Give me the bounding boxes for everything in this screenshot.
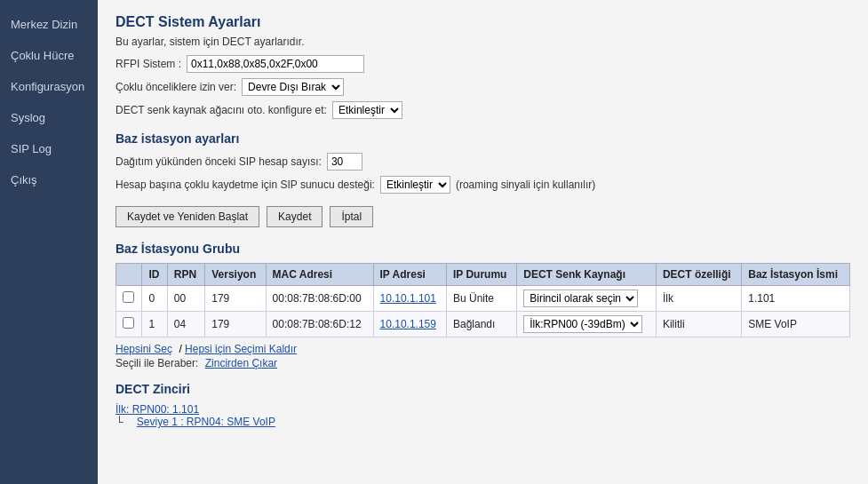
multi-reg-hint: (roaming sinyali için kullanılır) — [456, 179, 595, 191]
action-buttons: Kaydet ve Yeniden Başlat Kaydet İptal — [115, 206, 850, 227]
base-station-table: ID RPN Versiyon MAC Adresi IP Adresi IP … — [115, 263, 850, 337]
row0-rpn: 00 — [167, 286, 204, 312]
sip-account-label: Dağıtım yükünden önceki SIP hesap sayısı… — [115, 155, 322, 168]
col-sync-source: DECT Senk Kaynağı — [517, 264, 657, 286]
row0-ip-status: Bu Ünite — [446, 286, 516, 312]
multi-reg-label: Hesap başına çoklu kaydetme için SIP sun… — [115, 179, 375, 191]
row0-feature: İlk — [656, 286, 741, 312]
row1-rpn: 04 — [167, 312, 204, 337]
sync-select[interactable]: Etkinleştir — [332, 101, 402, 119]
col-checkbox — [116, 264, 142, 286]
row1-sync-source: İlk:RPN00 (-39dBm) — [517, 312, 657, 337]
col-ip: IP Adresi — [373, 264, 446, 286]
row1-feature: Kilitli — [656, 312, 741, 337]
row0-ip-link[interactable]: 10.10.1.101 — [380, 292, 436, 305]
select-links-row: Hepsini Seç / Hepsi için Seçimi Kaldır — [115, 343, 850, 355]
cancel-button[interactable]: İptal — [330, 206, 373, 227]
row1-id: 1 — [142, 312, 167, 337]
sip-account-input[interactable] — [327, 153, 362, 171]
row1-checkbox[interactable] — [123, 317, 134, 329]
sidebar-item-syslog[interactable]: Syslog — [0, 102, 98, 133]
row0-checkbox-cell — [116, 286, 142, 312]
row0-ip: 10.10.1.101 — [373, 286, 446, 312]
rfpi-label: RFPI Sistem : — [115, 58, 181, 70]
row0-version: 179 — [205, 286, 266, 312]
base-station-table-wrapper: ID RPN Versiyon MAC Adresi IP Adresi IP … — [115, 263, 850, 337]
selected-with-label: Seçili ile Beraber: — [115, 357, 198, 369]
selected-action-row: Seçili ile Beraber: Zincirden Çıkar — [115, 357, 850, 369]
sidebar-item-konfigurasyon[interactable]: Konfigurasyon — [0, 71, 98, 102]
col-ip-status: IP Durumu — [446, 264, 516, 286]
row0-checkbox[interactable] — [123, 291, 134, 303]
multi-reg-row: Hesap başına çoklu kaydetme için SIP sun… — [115, 176, 850, 194]
sidebar-item-merkez-dizin[interactable]: Merkez Dizin — [0, 9, 98, 40]
remove-from-chain-link[interactable]: Zincirden Çıkar — [205, 357, 277, 369]
chain-prefix: └ — [115, 416, 126, 428]
select-all-link[interactable]: Hepsini Seç — [115, 343, 172, 355]
sidebar: Merkez Dizin Çoklu Hücre Konfigurasyon S… — [0, 0, 98, 484]
chain-line1[interactable]: İlk: RPN00: 1.101 — [115, 403, 199, 416]
row1-sync-select[interactable]: İlk:RPN00 (-39dBm) — [523, 315, 642, 333]
group-title: Baz İstasyonu Grubu — [115, 242, 850, 256]
sidebar-item-sip-log[interactable]: SIP Log — [0, 133, 98, 164]
save-button[interactable]: Kaydet — [267, 206, 323, 227]
row1-checkbox-cell — [116, 312, 142, 337]
sip-account-row: Dağıtım yükünden önceki SIP hesap sayısı… — [115, 153, 850, 171]
row1-ip-link[interactable]: 10.10.1.159 — [380, 318, 436, 330]
table-row: 1 04 179 00:08:7B:08:6D:12 10.10.1.159 B… — [116, 312, 850, 337]
save-restart-button[interactable]: Kaydet ve Yeniden Başlat — [115, 206, 259, 227]
row1-ip: 10.10.1.159 — [373, 312, 446, 337]
col-mac: MAC Adresi — [266, 264, 373, 286]
rfpi-input[interactable] — [187, 55, 364, 73]
dect-chain-section: DECT Zinciri İlk: RPN00: 1.101 └ Seviye … — [115, 382, 850, 428]
multi-reg-select[interactable]: Etkinleştir — [380, 176, 450, 194]
sync-label: DECT senk kaynak ağacını oto. konfigure … — [115, 104, 327, 116]
col-feature: DECT özelliği — [656, 264, 741, 286]
page-title: DECT Sistem Ayarları — [115, 14, 850, 30]
row1-name: SME VoIP — [742, 312, 850, 337]
col-id: ID — [142, 264, 167, 286]
priority-label: Çoklu önceliklere izin ver: — [115, 81, 236, 93]
dect-chain-title: DECT Zinciri — [115, 382, 850, 396]
table-header-row: ID RPN Versiyon MAC Adresi IP Adresi IP … — [116, 264, 850, 286]
row0-mac: 00:08:7B:08:6D:00 — [266, 286, 373, 312]
chain-line2[interactable]: Seviye 1 : RPN04: SME VoIP — [137, 416, 275, 428]
table-row: 0 00 179 00:08:7B:08:6D:00 10.10.1.101 B… — [116, 286, 850, 312]
sync-row: DECT senk kaynak ağacını oto. konfigure … — [115, 101, 850, 119]
row0-id: 0 — [142, 286, 167, 312]
col-name: Baz İstasyon İsmi — [742, 264, 850, 286]
main-content: DECT Sistem Ayarları Bu ayarlar, sistem … — [98, 0, 868, 484]
row1-version: 179 — [205, 312, 266, 337]
row1-ip-status: Bağlandı — [446, 312, 516, 337]
rfpi-row: RFPI Sistem : — [115, 55, 850, 73]
row0-name: 1.101 — [742, 286, 850, 312]
priority-select[interactable]: Devre Dışı Bırak — [242, 78, 344, 96]
row0-sync-source: Birincil olarak seçin — [517, 286, 657, 312]
base-station-title: Baz istasyon ayarları — [115, 131, 850, 146]
priority-row: Çoklu önceliklere izin ver: Devre Dışı B… — [115, 78, 850, 96]
row0-sync-select[interactable]: Birincil olarak seçin — [523, 290, 638, 307]
row1-mac: 00:08:7B:08:6D:12 — [266, 312, 373, 337]
sidebar-item-coklu-hucre[interactable]: Çoklu Hücre — [0, 40, 98, 71]
col-version: Versiyon — [205, 264, 266, 286]
sidebar-item-cikis[interactable]: Çıkış — [0, 164, 98, 195]
deselect-all-link[interactable]: Hepsi için Seçimi Kaldır — [185, 343, 297, 355]
page-description: Bu ayarlar, sistem için DECT ayarlarıdır… — [115, 36, 850, 48]
col-rpn: RPN — [167, 264, 204, 286]
